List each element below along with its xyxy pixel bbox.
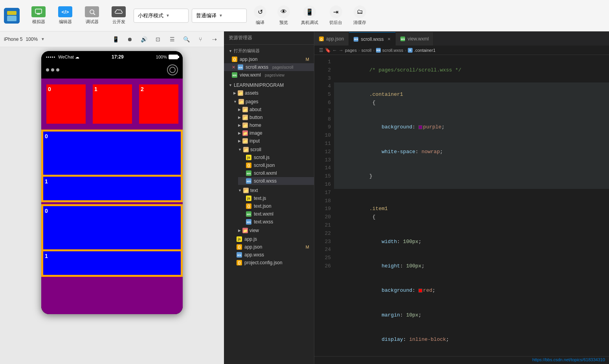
text-folder[interactable]: ▼ 📁 text [233,187,314,194]
file-close-x[interactable]: ✕ [232,65,235,70]
debugger-label: 调试器 [86,19,99,25]
h-scroll-area[interactable]: 0 1 2 [41,79,183,130]
line-num-3: 3 [314,75,331,83]
filetree-title: 资源管理器 [229,35,252,41]
nav-dots [46,68,59,71]
line-num-9: 9 [314,123,331,132]
scroll-label: scroll [250,147,261,152]
preview-button[interactable]: 👁 预览 [273,3,294,28]
scroll-wxss-icon: wx [246,178,251,184]
tab-icon-json: {} [319,37,324,41]
text-json-file[interactable]: {} text.json [238,202,314,210]
scroll-children: js scroll.js {} scroll.json wx scroll.wx… [233,154,314,185]
filetree-header: 资源管理器 [224,31,314,45]
scroll-json-file[interactable]: {} scroll.json [238,161,314,169]
preview-icon: 👁 [277,5,290,18]
code-area[interactable]: /* pages/scroll/scroll.wxss */ .containe… [334,55,609,356]
image-label: image [249,130,262,136]
assets-folder[interactable]: ▶ 📁 assets [229,89,314,97]
text-wxss-file[interactable]: wx text.wxss [238,218,314,226]
breadcrumb-back-icon[interactable]: ← [332,48,337,53]
open-editors-section: ▼ 打开的编辑器 {} app.json M ✕ wx scroll.wxss … [224,45,314,80]
about-folder[interactable]: ▶ 📁 about [233,106,314,113]
clearcache-button[interactable]: 🗂 清缓存 [349,3,370,28]
simulator-button[interactable]: 模拟器 [27,4,50,27]
open-file-scroll-wxss[interactable]: ✕ wx scroll.wxss pages\scroll [224,63,314,71]
view-folder[interactable]: ▶ 📁 view [233,227,314,234]
text-js-file[interactable]: js text.js [238,194,314,202]
scroll-icon: 📁 [243,147,249,152]
editor-panel: {} app.json wx scroll.wxss ✕ wx view.wxm… [314,31,609,364]
text-children: js text.js {} text.json wx text.wxml [233,194,314,226]
switchback-button[interactable]: ⇥ 切后台 [325,3,346,28]
colon-3: : [412,124,418,130]
scroll-js-file[interactable]: js scroll.js [238,154,314,161]
app-js-file[interactable]: js app.js [229,235,314,243]
project-config-file[interactable]: {} project.config.json [229,259,314,267]
button-folder[interactable]: ▶ 📁 button [233,113,314,121]
tab-close-scroll-wxss[interactable]: ✕ [387,37,391,41]
switchback-label: 切后台 [329,20,342,26]
scroll-wxss-file[interactable]: wx scroll.wxss [238,177,314,185]
compile-button[interactable]: ↺ 编译 [250,3,270,28]
assets-icon: 📁 [238,90,243,96]
root-folder-header[interactable]: ▼ LEARNMINIPROGRAM [224,81,314,89]
breadcrumb-scroll[interactable]: scroll [361,48,372,53]
sim-copy-icon[interactable]: ⊡ [152,34,163,45]
text-json-label: text.json [254,203,271,209]
home-folder[interactable]: ▶ 📁 home [233,121,314,129]
code-comment-1: /* pages/scroll/scroll.wxss */ [369,67,461,73]
compile-label: 编译 [256,20,264,26]
semi-4: ; [440,149,443,155]
sim-record-icon[interactable]: ⏺ [124,34,135,45]
tab-scroll-wxss[interactable]: wx scroll.wxss ✕ [349,32,396,46]
sim-nav-icon[interactable]: ⇢ [209,34,220,45]
sim-sound-icon[interactable]: 🔊 [138,34,149,45]
scroll-folder[interactable]: ▼ 📁 scroll [233,146,314,154]
tab-app-json[interactable]: {} app.json [314,32,349,46]
val-purple: purple [423,124,442,130]
breadcrumb-forward-icon[interactable]: → [339,48,343,53]
app-wxss-file[interactable]: wx app.wxss [229,251,314,259]
code-line-1: /* pages/scroll/scroll.wxss */ [334,58,609,82]
semi-11: ; [418,312,422,318]
bottom-link[interactable]: https://bbs.csdn.net/topics/618334310 [532,357,605,362]
editor-label: 编辑器 [59,19,72,25]
v-scroll-area2[interactable]: 0 1 [41,204,183,277]
open-editors-title: 打开的编辑器 [234,48,260,54]
sim-list-icon[interactable]: ☰ [167,34,178,45]
tab-view-wxml[interactable]: wx view.wxml [396,32,434,46]
cloud-button[interactable]: 云开发 [107,4,130,27]
editor-button[interactable]: </> 编辑器 [53,4,77,27]
code-line-7: .item1 { [334,197,609,230]
home-label: home [249,123,261,128]
pages-folder[interactable]: ▼ 📁 pages [229,98,314,106]
sim-branch-icon[interactable]: ⑂ [195,34,206,45]
compile-dropdown[interactable]: 普通编译 ▼ [192,9,247,23]
debugger-button[interactable]: 调试器 [80,4,104,27]
breadcrumb-bookmark-icon: 🔖 [325,48,331,53]
prop-m: margin [369,312,400,318]
line-num-12: 12 [314,148,331,156]
sim-phone-icon[interactable]: 📱 [110,34,121,45]
sim-search-icon[interactable]: 🔍 [181,34,192,45]
mode-dropdown[interactable]: 小程序模式 ▼ [134,9,189,23]
breadcrumb-file[interactable]: scroll.wxss [382,48,403,53]
open-file-app-json[interactable]: {} app.json M [224,55,314,63]
realtest-button[interactable]: 📱 真机调试 [297,3,322,28]
battery-percent: 100% [156,55,167,59]
scroll-wxml-file[interactable]: wx scroll.wxml [238,169,314,177]
text-wxml-file[interactable]: wx text.wxml [238,210,314,218]
breadcrumb-pages[interactable]: pages [345,48,357,53]
tab-label-scroll-wxss: scroll.wxss [361,37,383,42]
image-folder[interactable]: ▶ 📁 image [233,129,314,137]
app-json-file[interactable]: {} app.json M [229,243,314,251]
prop-ws: white-space [369,149,415,155]
input-folder[interactable]: ▶ 📁 input [233,137,314,145]
text-label: text [250,188,258,193]
svg-line-6 [94,13,95,15]
nav-record[interactable] [167,64,178,75]
v-scroll-area1[interactable]: 0 1 [41,130,183,202]
open-file-view-wxml[interactable]: wx view.wxml pages\view [224,71,314,79]
toolbar: 模拟器 </> 编辑器 调试器 云开发 小程序模式 ▼ 普通编译 ▼ ↺ 编译 … [0,0,609,31]
